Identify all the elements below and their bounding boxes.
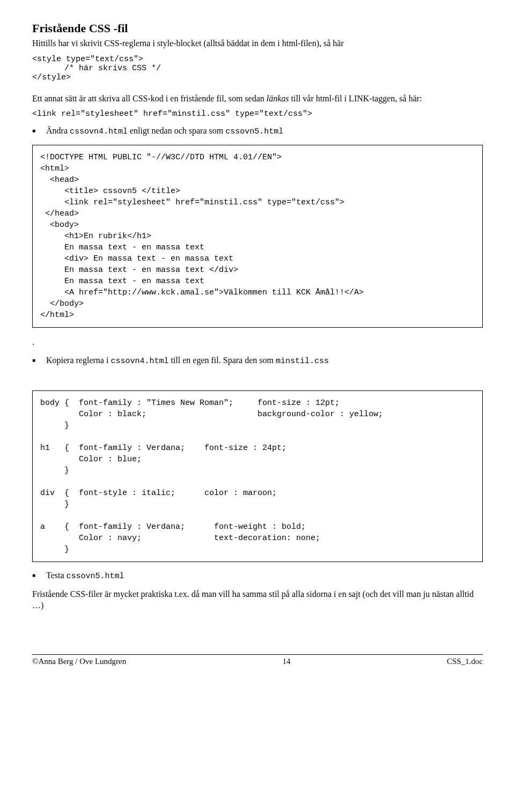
intro-text: Hittills har vi skrivit CSS-reglerna i s… [32, 38, 483, 49]
bullet1-code1: cssovn4.html [70, 127, 128, 136]
link-intro-part1: Ett annat sätt är att skriva all CSS-kod… [32, 94, 267, 103]
link-intro-part2: till vår html-fil i LINK-taggen, så här: [289, 94, 422, 103]
bullet1-code2: cssovn5.html [225, 127, 283, 136]
page-title: Fristående CSS -fil [32, 21, 483, 35]
bullet-item-2: Kopiera reglerna i cssovn4.html till en … [32, 356, 483, 366]
dot-line: . [32, 336, 483, 348]
code-box-css: body { font-family : "Times New Roman"; … [32, 390, 483, 562]
code-box-html: <!DOCTYPE HTML PUBLIC "-//W3C//DTD HTML … [32, 145, 483, 328]
bullet2-code1: cssovn4.html [111, 357, 168, 366]
page-footer: ©Anna Berg / Ove Lundgren 14 CSS_1.doc [32, 654, 483, 666]
bullet2-text-a: Kopiera reglerna i [46, 356, 111, 365]
footer-author: ©Anna Berg / Ove Lundgren [32, 657, 126, 666]
style-comment-code: /* här skrivs CSS */ [32, 64, 483, 73]
link-code: <link rel="stylesheet" href="minstil.css… [32, 109, 483, 119]
bullet1-text-b: enligt nedan och spara som [128, 126, 225, 135]
style-close-code: </style> [32, 73, 483, 82]
bullet3-text-a: Testa [46, 571, 67, 580]
style-open-code: <style type="text/css"> [32, 55, 483, 64]
bullet2-text-b: till en egen fil. Spara den som [168, 356, 276, 365]
footer-page-number: 14 [283, 657, 291, 666]
bullet1-text-a: Ändra [46, 126, 70, 135]
footer-filename: CSS_1.doc [447, 657, 483, 666]
bullet-item-3: Testa cssovn5.html [32, 571, 483, 581]
link-intro-italic: länkas [267, 94, 289, 103]
bullet3-code1: cssovn5.html [67, 572, 124, 581]
bullet2-code2: minstil.css [276, 357, 329, 366]
link-intro: Ett annat sätt är att skriva all CSS-kod… [32, 93, 483, 105]
closing-text: Fristående CSS-filer är mycket praktiska… [32, 588, 483, 611]
bullet-item-1: Ändra cssovn4.html enligt nedan och spar… [32, 126, 483, 136]
